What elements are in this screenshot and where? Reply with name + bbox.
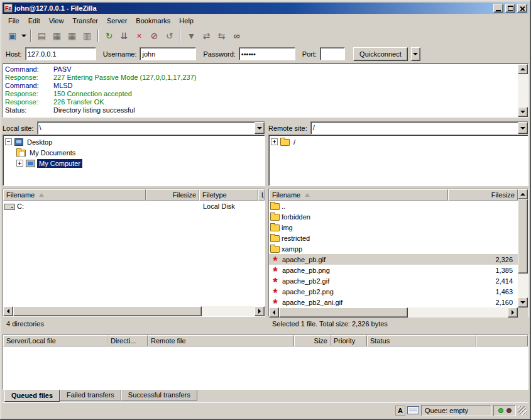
tab-queued-files[interactable]: Queued files	[4, 390, 60, 402]
column-header-last-modified[interactable]: L	[258, 189, 265, 201]
title-bar[interactable]: Fz john@127.0.0.1 - FileZilla	[3, 3, 528, 14]
toggle-remote-tree-icon[interactable]: ▦	[65, 29, 79, 43]
resize-grip[interactable]	[518, 406, 527, 415]
compare-icon[interactable]: ⇄	[199, 29, 214, 43]
remote-file-row-selected[interactable]: apache_pb.gif 2,326	[269, 254, 518, 265]
host-input[interactable]	[26, 48, 96, 60]
language-indicator-icon[interactable]: A	[395, 406, 405, 416]
remote-list-hscrollbar[interactable]	[269, 307, 518, 318]
remote-file-row[interactable]: forbidden	[269, 211, 518, 222]
remote-file-row[interactable]: restricted	[269, 233, 518, 243]
refresh-icon[interactable]: ↻	[102, 29, 116, 43]
tab-successful-transfers[interactable]: Successful transfers	[121, 390, 197, 401]
column-header-remote-file[interactable]: Remote file	[148, 335, 294, 346]
expand-icon[interactable]	[271, 138, 278, 145]
column-header-filesize[interactable]: Filesize	[448, 189, 518, 201]
scroll-left-arrow[interactable]	[269, 307, 279, 318]
local-list-rows: C: Local Disk	[3, 201, 265, 306]
process-queue-icon[interactable]: ⇊	[117, 29, 131, 43]
tab-failed-transfers[interactable]: Failed transfers	[60, 390, 121, 401]
menu-help[interactable]: Help	[175, 15, 198, 26]
maximize-button[interactable]	[505, 4, 515, 13]
tree-item-my-computer[interactable]: My Computer	[3, 158, 265, 169]
column-header-filename[interactable]: Filename	[3, 189, 146, 201]
close-button[interactable]	[517, 4, 527, 13]
site-manager-dropdown[interactable]	[20, 29, 27, 43]
scroll-left-arrow[interactable]	[3, 306, 13, 316]
filezilla-app-icon[interactable]: Fz	[4, 4, 13, 13]
quickconnect-dropdown[interactable]	[411, 47, 420, 61]
minimize-icon	[496, 10, 501, 11]
column-header-filename[interactable]: Filename	[269, 189, 448, 201]
cancel-icon[interactable]: ×	[132, 29, 146, 43]
remote-file-row[interactable]: apache_pb2_ani.gif 2,160	[269, 297, 518, 307]
remote-file-row[interactable]: apache_pb2.png 1,463	[269, 286, 518, 297]
scroll-down-arrow[interactable]	[518, 107, 528, 117]
chevron-down-icon[interactable]	[255, 122, 265, 134]
local-list-hscrollbar[interactable]	[3, 306, 265, 316]
local-site-combo[interactable]: \	[37, 121, 265, 135]
collapse-icon[interactable]	[5, 138, 12, 145]
remote-file-row[interactable]: apache_pb.png 1,385	[269, 265, 518, 275]
menu-bookmarks[interactable]: Bookmarks	[131, 15, 175, 26]
scroll-up-arrow[interactable]	[518, 189, 528, 199]
scroll-up-arrow[interactable]	[518, 64, 528, 74]
remote-site-combo[interactable]: /	[310, 121, 528, 135]
quickconnect-button[interactable]: Quickconnect	[353, 47, 408, 61]
scrollbar-thumb[interactable]	[518, 199, 528, 274]
site-manager-icon[interactable]: ▣	[5, 29, 19, 43]
reconnect-icon[interactable]: ↺	[162, 29, 177, 43]
folder-icon	[270, 203, 280, 210]
find-icon[interactable]: ∞	[229, 29, 244, 43]
password-label: Password:	[203, 50, 235, 58]
rx-led-icon	[498, 408, 503, 413]
menu-server[interactable]: Server	[102, 15, 131, 26]
folder-icon	[280, 139, 290, 146]
file-lists: Filename Filesize Filetype L C: Local Di…	[3, 189, 528, 317]
menu-edit[interactable]: Edit	[24, 15, 45, 26]
remote-file-row[interactable]: img	[269, 222, 518, 233]
column-header-priority[interactable]: Priority	[331, 335, 367, 346]
scroll-right-arrow[interactable]	[508, 307, 518, 318]
broken-image-icon	[270, 255, 280, 264]
tree-item-my-documents[interactable]: My Documents	[3, 147, 265, 158]
sync-browsing-icon[interactable]: ⇆	[214, 29, 229, 43]
column-header-server-local-file[interactable]: Server/Local file	[3, 335, 107, 346]
toggle-log-icon[interactable]: ▤	[35, 29, 49, 43]
scrollbar-thumb[interactable]	[13, 306, 202, 316]
remote-list-vscrollbar[interactable]	[518, 189, 528, 307]
local-file-row[interactable]: C: Local Disk	[3, 201, 265, 211]
column-header-status[interactable]: Status	[367, 335, 476, 346]
expand-icon[interactable]	[16, 160, 23, 167]
toggle-queue-icon[interactable]: ▥	[80, 29, 94, 43]
tree-item-root[interactable]: /	[269, 136, 528, 147]
remote-file-row[interactable]: xampp	[269, 243, 518, 254]
disconnect-icon[interactable]: ⊘	[147, 29, 161, 43]
scrollbar-thumb[interactable]	[279, 307, 408, 318]
log-scrollbar[interactable]	[518, 64, 528, 117]
minimize-button[interactable]	[493, 4, 503, 13]
password-input[interactable]	[239, 48, 295, 60]
scroll-right-arrow[interactable]	[255, 306, 265, 316]
keyboard-icon[interactable]	[407, 406, 419, 414]
column-header-filesize[interactable]: Filesize	[146, 189, 199, 201]
toggle-local-tree-icon[interactable]: ▦	[50, 29, 64, 43]
column-header-direction[interactable]: Directi...	[107, 335, 148, 346]
port-field-wrap	[320, 47, 345, 60]
scroll-down-arrow[interactable]	[518, 297, 528, 307]
remote-file-row[interactable]: ..	[269, 201, 518, 211]
remote-file-row[interactable]: apache_pb2.gif 2,414	[269, 275, 518, 286]
column-header-size[interactable]: Size	[294, 335, 331, 346]
column-header-filetype[interactable]: Filetype	[199, 189, 258, 201]
tree-item-desktop[interactable]: Desktop	[3, 136, 265, 147]
filter-icon[interactable]: ▼	[184, 29, 199, 43]
port-input[interactable]	[320, 48, 344, 60]
host-field-wrap	[25, 47, 96, 60]
username-input[interactable]	[140, 48, 195, 60]
chevron-down-icon[interactable]	[518, 122, 528, 134]
broken-image-icon	[270, 297, 280, 307]
drive-icon	[4, 204, 15, 210]
menu-view[interactable]: View	[45, 15, 68, 26]
menu-file[interactable]: File	[4, 15, 24, 26]
menu-transfer[interactable]: Transfer	[68, 15, 102, 26]
